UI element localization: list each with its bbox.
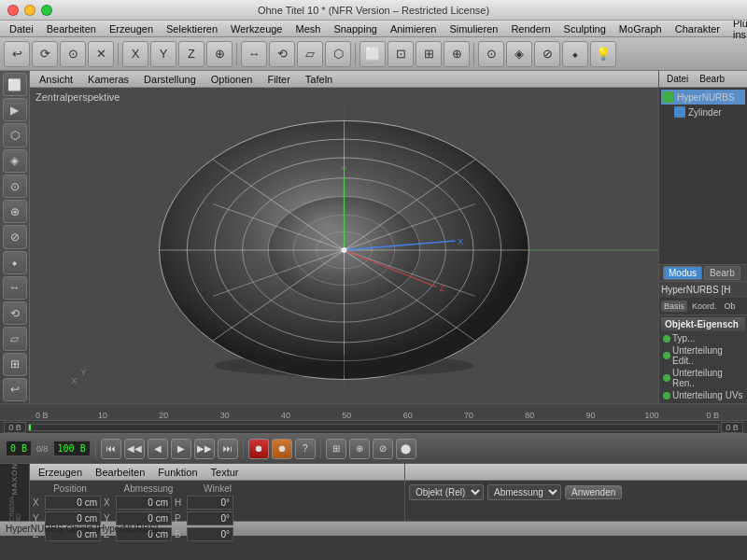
menu-item-sculpting[interactable]: Sculpting — [558, 22, 612, 35]
toolbar-btn-9[interactable]: ⟲ — [269, 41, 295, 67]
menu-item-werkzeuge[interactable]: Werkzeuge — [225, 22, 288, 35]
menu-item-snapping[interactable]: Snapping — [328, 22, 383, 35]
menu-item-mesh[interactable]: Mesh — [289, 22, 326, 35]
toolbar-btn-6[interactable]: Z — [178, 41, 204, 67]
sidebar-btn-8[interactable]: ↔ — [3, 276, 27, 300]
toolbar-btn-11[interactable]: ⬡ — [325, 41, 351, 67]
coord-header-abm: Abmessung — [111, 483, 186, 494]
close-button[interactable] — [7, 5, 19, 16]
coord-tab-ob[interactable]: Ob — [722, 301, 739, 312]
bottom-tab-funktion[interactable]: Funktion — [153, 466, 202, 479]
transport-skip-end[interactable]: ⏭ — [218, 439, 238, 459]
sidebar-btn-1[interactable]: ▶ — [3, 98, 27, 121]
transport-btn6[interactable]: ⊕ — [349, 439, 370, 459]
sidebar-btn-4[interactable]: ⊙ — [3, 175, 27, 198]
subbar-item-tafeln[interactable]: Tafeln — [300, 73, 338, 86]
transport-help[interactable]: ? — [295, 439, 316, 459]
coord-tab-basis[interactable]: Basis — [661, 301, 687, 312]
transport-skip-start[interactable]: ⏮ — [101, 439, 121, 459]
rp-tab-bearb[interactable]: Bearb — [696, 73, 728, 85]
bottom-tab-bearbeiten[interactable]: Bearbeiten — [91, 466, 149, 479]
toolbar-btn-0[interactable]: ↩ — [4, 41, 30, 67]
sidebar-btn-7[interactable]: ⬥ — [3, 251, 27, 274]
sidebar-btn-6[interactable]: ⊘ — [3, 225, 27, 248]
prop-dot-untedit — [663, 352, 670, 359]
transport-record[interactable]: ⏺ — [248, 439, 269, 459]
toolbar-btn-5[interactable]: Y — [150, 41, 176, 67]
maximize-button[interactable] — [41, 5, 52, 16]
apply-button[interactable]: Anwenden — [565, 485, 622, 499]
sidebar-btn-2[interactable]: ⬡ — [3, 123, 27, 147]
coord-x-pos[interactable] — [45, 496, 101, 510]
toolbar-btn-10[interactable]: ▱ — [297, 41, 323, 67]
bottom-tab-textur[interactable]: Textur — [206, 466, 244, 479]
toolbar-btn-8[interactable]: ↔ — [241, 41, 267, 67]
subbar-item-darstellung[interactable]: Darstellung — [138, 73, 202, 86]
ruler-mark: 20 — [134, 411, 194, 420]
subbar-item-optionen[interactable]: Optionen — [205, 73, 259, 86]
minimize-button[interactable] — [24, 5, 35, 16]
viewport-label: Zentralperspektive — [35, 91, 120, 103]
sidebar-btn-0[interactable]: ⬜ — [3, 73, 27, 96]
toolbar-btn-7[interactable]: ⊕ — [206, 41, 233, 67]
coord-x-abm[interactable] — [116, 496, 172, 510]
menu-item-rendern[interactable]: Rendern — [505, 22, 556, 35]
toolbar-btn-20[interactable]: 💡 — [590, 41, 616, 67]
mode-select[interactable]: Objekt (Rel) — [409, 484, 484, 500]
sidebar-btn-9[interactable]: ⟲ — [3, 301, 27, 325]
transport-btn7[interactable]: ⊘ — [373, 439, 393, 459]
abm-select[interactable]: Abmessung — [487, 484, 561, 500]
coord-b-winkel[interactable] — [187, 527, 233, 541]
transport-next[interactable]: ▶▶ — [194, 439, 215, 459]
mode-tab-bearb[interactable]: Bearb — [704, 266, 740, 280]
sidebar-btn-3[interactable]: ◈ — [3, 149, 27, 173]
toolbar-btn-18[interactable]: ⊘ — [534, 41, 560, 67]
subbar-item-ansicht[interactable]: Ansicht — [34, 73, 78, 86]
menu-item-simulieren[interactable]: Simulieren — [444, 22, 503, 35]
toolbar-btn-12[interactable]: ⬜ — [359, 41, 386, 67]
toolbar-btn-3[interactable]: ✕ — [88, 41, 114, 67]
toolbar-btn-17[interactable]: ◈ — [506, 41, 532, 67]
ruler-mark: 100 — [621, 411, 682, 420]
transport-btn5[interactable]: ⊞ — [326, 439, 346, 459]
transport-play[interactable]: ▶ — [171, 439, 191, 459]
toolbar-btn-19[interactable]: ⬥ — [562, 41, 588, 67]
menu-item-bearbeiten[interactable]: Bearbeiten — [41, 22, 102, 35]
rp-tab-datei[interactable]: Datei — [663, 73, 692, 85]
menu-item-charakter[interactable]: Charakter — [669, 22, 726, 35]
subbar-item-filter[interactable]: Filter — [261, 73, 295, 86]
timeline-ruler[interactable]: 0 B1020304050607080901000 B — [0, 404, 747, 421]
transport-btn8[interactable]: ⬤ — [396, 439, 416, 459]
sidebar-btn-12[interactable]: ↩ — [3, 378, 27, 401]
timeline-track[interactable] — [28, 424, 719, 431]
transport-record2[interactable]: ⏺ — [272, 439, 292, 459]
toolbar-btn-15[interactable]: ⊕ — [444, 41, 470, 67]
menu-item-mograph[interactable]: MoGraph — [613, 22, 668, 35]
subbar-item-kameras[interactable]: Kameras — [82, 73, 134, 86]
coord-p-winkel[interactable] — [187, 511, 233, 525]
menu-item-erzeugen[interactable]: Erzeugen — [104, 22, 159, 35]
toolbar-btn-1[interactable]: ⟳ — [32, 41, 58, 67]
coord-h-winkel[interactable] — [187, 496, 233, 510]
tree-item-zylinder[interactable]: Zylinder — [661, 105, 745, 119]
toolbar-btn-14[interactable]: ⊞ — [416, 41, 442, 67]
viewport-3d[interactable]: Zentralperspektive — [30, 88, 658, 403]
menu-item-selektieren[interactable]: Selektieren — [161, 22, 223, 35]
selected-obj-text: HyperNURBS [H — [661, 285, 730, 295]
toolbar-btn-16[interactable]: ⊙ — [478, 41, 504, 67]
toolbar-btn-13[interactable]: ⊡ — [388, 41, 414, 67]
menu-item-datei[interactable]: Datei — [4, 22, 39, 35]
toolbar-btn-2[interactable]: ⊙ — [60, 41, 86, 67]
transport-prev[interactable]: ◀ — [148, 439, 168, 459]
window-buttons — [7, 5, 52, 16]
sidebar-btn-10[interactable]: ▱ — [3, 327, 27, 350]
sidebar-btn-5[interactable]: ⊕ — [3, 200, 27, 223]
bottom-tab-erzeugen[interactable]: Erzeugen — [34, 466, 87, 479]
menu-item-animieren[interactable]: Animieren — [385, 22, 443, 35]
sidebar-btn-11[interactable]: ⊞ — [3, 353, 27, 376]
transport-prev-frame[interactable]: ◀◀ — [124, 439, 145, 459]
toolbar-btn-4[interactable]: X — [122, 41, 148, 67]
mode-tab-modus[interactable]: Modus — [663, 266, 702, 280]
coord-tab-koord[interactable]: Koord. — [689, 301, 720, 312]
tree-item-hypernurbs[interactable]: HyperNURBS — [661, 90, 745, 105]
